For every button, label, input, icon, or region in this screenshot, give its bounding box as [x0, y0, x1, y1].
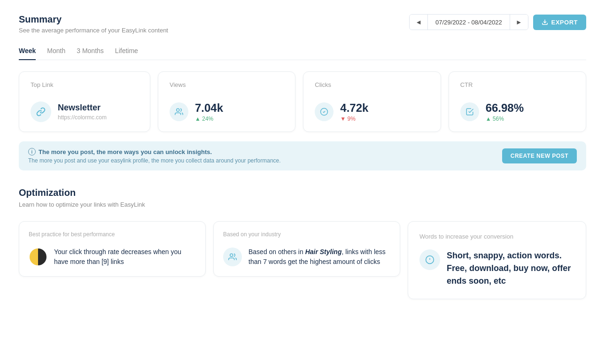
words-card: Words to increase your conversion Short,…	[408, 221, 586, 299]
svg-point-2	[230, 254, 233, 256]
optimization-subtitle: Learn how to optimize your links with Ea…	[19, 201, 586, 208]
views-value-row: 7.04k ▲ 24%	[170, 101, 284, 122]
best-practice-card: Best practice for best performance Your …	[19, 221, 206, 277]
industry-content: Based on others in Hair Styling, links w…	[223, 247, 390, 267]
opt-cards-row: Best practice for best performance Your …	[19, 221, 586, 299]
best-practice-text: Your click through rate decreases when y…	[54, 247, 196, 267]
views-icon-circle	[170, 102, 188, 121]
star-icon	[425, 255, 434, 264]
page-header: Summary See the average performance of y…	[19, 14, 586, 34]
ctr-label: CTR	[460, 81, 574, 88]
stats-row: Top Link Newsletter https://colormc.com …	[19, 71, 586, 132]
date-next-button[interactable]: ►	[510, 15, 528, 30]
views-change: ▲ 24%	[195, 116, 223, 122]
create-post-button[interactable]: CREATE NEW POST	[502, 148, 577, 163]
clicks-icon-circle	[315, 102, 334, 121]
clicks-card: Clicks 4.72k ▼ 9%	[303, 71, 441, 132]
tab-lifetime[interactable]: Lifetime	[115, 43, 138, 60]
words-icon-circle	[419, 249, 440, 270]
svg-point-0	[177, 108, 179, 111]
words-text: Short, snappy, action words. Free, downl…	[447, 249, 574, 287]
header-left: Summary See the average performance of y…	[19, 14, 168, 34]
ctr-value: 66.98%	[486, 101, 524, 115]
ctr-change: ▲ 56%	[486, 116, 524, 122]
top-link-url: https://colormc.com	[58, 114, 107, 121]
clicks-label: Clicks	[315, 81, 429, 88]
header-right: ◄ 07/29/2022 - 08/04/2022 ► EXPORT	[409, 14, 586, 30]
clicks-numbers: 4.72k ▼ 9%	[340, 101, 368, 122]
ctr-numbers: 66.98% ▲ 56%	[486, 101, 524, 122]
page-subtitle: See the average performance of your Easy…	[19, 27, 168, 34]
industry-label: Based on your industry	[223, 231, 390, 238]
banner-left: i The more you post, the more ways you c…	[28, 148, 281, 164]
info-banner: i The more you post, the more ways you c…	[19, 141, 586, 170]
info-icon: i	[28, 148, 36, 155]
tab-week[interactable]: Week	[19, 43, 36, 60]
date-range-display: 07/29/2022 - 08/04/2022	[428, 15, 510, 30]
clicks-value: 4.72k	[340, 101, 368, 115]
views-card: Views 7.04k ▲ 24%	[158, 71, 295, 132]
export-button[interactable]: EXPORT	[533, 15, 586, 30]
yin-yang-icon	[30, 248, 47, 265]
top-link-label: Top Link	[31, 81, 139, 88]
banner-subtitle: The more you post and use your easylink …	[28, 157, 281, 164]
views-icon	[175, 108, 183, 116]
industry-icon-circle	[223, 248, 242, 266]
optimization-section: Optimization Learn how to optimize your …	[19, 187, 586, 208]
industry-icon	[228, 253, 237, 261]
best-practice-content: Your click through rate decreases when y…	[29, 247, 196, 267]
industry-card: Based on your industry Based on others i…	[213, 221, 400, 277]
views-value: 7.04k	[195, 101, 223, 115]
banner-title: i The more you post, the more ways you c…	[28, 148, 281, 155]
top-link-info: Newsletter https://colormc.com	[58, 103, 107, 121]
tabs-bar: Week Month 3 Months Lifetime	[19, 43, 586, 60]
link-icon	[36, 107, 46, 116]
clicks-icon	[320, 108, 328, 116]
tab-month[interactable]: Month	[47, 43, 65, 60]
views-label: Views	[170, 81, 284, 88]
clicks-change: ▼ 9%	[340, 116, 368, 122]
top-link-name: Newsletter	[58, 103, 107, 113]
date-navigator: ◄ 07/29/2022 - 08/04/2022 ►	[409, 14, 528, 30]
tab-3months[interactable]: 3 Months	[77, 43, 104, 60]
date-prev-button[interactable]: ◄	[410, 15, 428, 30]
clicks-value-row: 4.72k ▼ 9%	[315, 101, 429, 122]
ctr-icon-circle	[460, 102, 479, 121]
words-card-content: Short, snappy, action words. Free, downl…	[419, 249, 574, 287]
top-link-card: Top Link Newsletter https://colormc.com	[19, 71, 150, 132]
export-icon	[542, 19, 548, 25]
ctr-icon	[465, 108, 474, 116]
ctr-card: CTR 66.98% ▲ 56%	[449, 71, 586, 132]
views-numbers: 7.04k ▲ 24%	[195, 101, 223, 122]
top-link-icon-circle	[31, 101, 51, 122]
best-practice-icon	[29, 248, 47, 266]
ctr-value-row: 66.98% ▲ 56%	[460, 101, 574, 122]
optimization-title: Optimization	[19, 187, 586, 198]
top-link-content: Newsletter https://colormc.com	[31, 101, 139, 122]
page-title: Summary	[19, 14, 168, 25]
best-practice-label: Best practice for best performance	[29, 231, 196, 238]
industry-text: Based on others in Hair Styling, links w…	[248, 247, 390, 267]
words-card-label: Words to increase your conversion	[419, 233, 574, 240]
